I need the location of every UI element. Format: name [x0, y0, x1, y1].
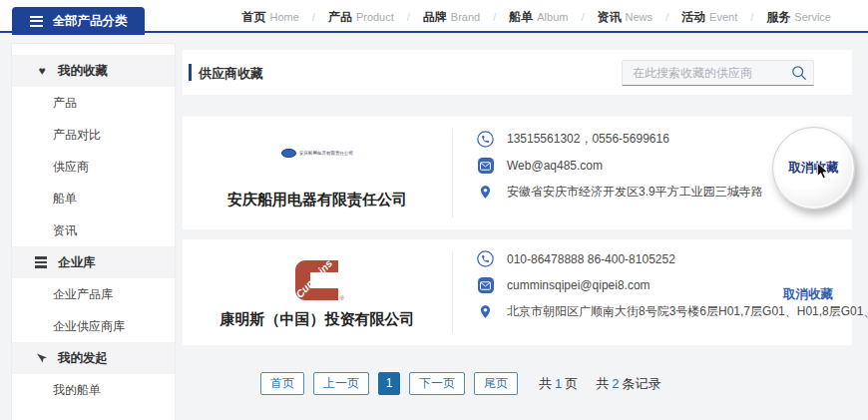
nav-event[interactable]: 活动Event [681, 7, 737, 26]
pagination-prev-button[interactable]: 上一页 [313, 372, 369, 395]
pages-suffix: 页 [565, 376, 578, 391]
supplier-search [622, 60, 814, 86]
supplier-card: Cummins ® 康明斯（中国）投资有限公司 010-86478888 86-… [183, 239, 852, 345]
section-title: 我的发起 [58, 350, 108, 367]
pages-prefix: 共 [539, 376, 552, 391]
phone-row: 010-86478888 86-400-8105252 [477, 250, 868, 267]
records-suffix: 条记录 [622, 376, 660, 391]
sidebar-item-products[interactable]: 产品 [12, 87, 175, 119]
sidebar-item-ship-orders[interactable]: 船单 [12, 183, 175, 214]
records-prefix: 共 [596, 376, 609, 391]
sidebar-item-my-ship-orders[interactable]: 我的船单 [12, 374, 175, 406]
mouse-cursor-icon [816, 163, 830, 183]
section-title: 企业库 [58, 254, 96, 271]
nav-separator: / [493, 11, 496, 23]
total-pages: 1 [555, 376, 562, 391]
pagination-last-button[interactable]: 尾页 [474, 372, 518, 395]
sidebar-section-my-favorites[interactable]: ♥ 我的收藏 [12, 55, 175, 87]
logo-caption: 安庆船用电器有限责任公司 [299, 151, 353, 156]
page-title: 供应商收藏 [199, 65, 263, 83]
pagination-next-button[interactable]: 下一页 [409, 372, 465, 395]
address-row: 北京市朝阳区广顺南大街8号院3号楼6层H01,7层G01、H01,8层G01、H… [477, 303, 868, 320]
list-icon [35, 256, 49, 268]
nav-home[interactable]: 首页Home [241, 7, 298, 26]
total-records: 2 [612, 376, 619, 391]
card-divider [452, 251, 453, 333]
nav-separator: / [581, 11, 584, 23]
all-categories-button[interactable]: 全部产品分类 [12, 7, 145, 35]
cummins-logo-icon: Cummins [294, 259, 340, 301]
pagination-summary: 共1页共2条记录 [539, 375, 660, 393]
nav-brand[interactable]: 品牌Brand [423, 7, 480, 26]
supplier-card: 安庆船用电器有限责任公司 安庆船用电器有限责任公司 13515561302，05… [183, 117, 852, 229]
nav-separator: / [665, 11, 668, 23]
nav-separator: / [750, 11, 753, 23]
hamburger-icon [30, 16, 43, 27]
phone-row: 13515561302，0556-5699616 [477, 131, 763, 148]
phone-icon [477, 250, 494, 267]
nav-product[interactable]: 产品Product [328, 7, 394, 26]
nav-album[interactable]: 船单Album [509, 7, 568, 26]
sidebar-item-enterprise-products[interactable]: 企业产品库 [12, 278, 175, 310]
sidebar-section-my-initiated[interactable]: 我的发起 [12, 342, 175, 374]
address-row: 安徽省安庆市经济开发区3.9平方工业园三城寺路 [477, 184, 763, 201]
supplier-logo: Cummins ® [183, 259, 452, 301]
heart-icon: ♥ [35, 64, 49, 78]
sidebar-section-enterprise-library[interactable]: 企业库 [12, 246, 175, 278]
unfavorite-label: 取消收藏 [789, 160, 839, 177]
pagination: 首页 上一页 1 下一页 尾页 共1页共2条记录 [260, 372, 660, 395]
unfavorite-link[interactable]: 取消收藏 [783, 286, 833, 303]
supplier-logo: 安庆船用电器有限责任公司 [183, 149, 452, 158]
supplier-email: cumminsqipei@qipei8.com [507, 278, 651, 292]
page-title-panel: 供应商收藏 [183, 50, 852, 95]
phone-icon [477, 131, 494, 148]
supplier-identity: Cummins ® 康明斯（中国）投资有限公司 [183, 239, 452, 345]
top-header: 全部产品分类 首页Home / 产品Product / 品牌Brand / 船单… [0, 0, 868, 33]
card-divider [452, 129, 453, 217]
nav-separator: / [407, 11, 410, 23]
supplier-contacts: 13515561302，0556-5699616 Web@aq485.com 安… [477, 131, 763, 210]
supplier-address: 安徽省安庆市经济开发区3.9平方工业园三城寺路 [507, 184, 763, 201]
send-icon [35, 352, 49, 364]
sidebar: ♥ 我的收藏 产品 产品对比 供应商 船单 资讯 企业库 企业产品库 企业供应商… [12, 44, 175, 420]
logo-oval-icon [281, 149, 296, 158]
supplier-phone: 13515561302，0556-5699616 [507, 131, 669, 148]
supplier-phone: 010-86478888 86-400-8105252 [507, 252, 675, 266]
supplier-identity: 安庆船用电器有限责任公司 安庆船用电器有限责任公司 [183, 117, 452, 229]
supplier-email: Web@aq485.com [507, 159, 603, 173]
sidebar-item-news[interactable]: 资讯 [12, 214, 175, 246]
title-accent-bar [189, 64, 192, 81]
pagination-page-1-button[interactable]: 1 [378, 372, 400, 395]
pagination-first-button[interactable]: 首页 [260, 372, 304, 395]
unfavorite-button[interactable]: 取消收藏 [772, 127, 855, 210]
mail-icon [477, 158, 494, 175]
nav-service[interactable]: 服务Service [766, 7, 831, 26]
sidebar-item-suppliers[interactable]: 供应商 [12, 151, 175, 183]
mail-icon [477, 277, 494, 294]
all-categories-label: 全部产品分类 [53, 13, 128, 30]
email-row: Web@aq485.com [477, 158, 763, 175]
supplier-name: 康明斯（中国）投资有限公司 [183, 310, 452, 329]
nav-news[interactable]: 资讯News [598, 7, 653, 26]
location-pin-icon [477, 184, 494, 201]
nav-separator: / [312, 11, 315, 23]
supplier-name: 安庆船用电器有限责任公司 [183, 191, 452, 210]
supplier-address: 北京市朝阳区广顺南大街8号院3号楼6层H01,7层G01、H01,8层G01、H… [507, 303, 868, 320]
section-title: 我的收藏 [58, 63, 108, 80]
sidebar-item-product-compare[interactable]: 产品对比 [12, 119, 175, 151]
search-input[interactable] [622, 60, 814, 86]
top-nav: 首页Home / 产品Product / 品牌Brand / 船单Album /… [241, 0, 831, 33]
sidebar-item-enterprise-suppliers[interactable]: 企业供应商库 [12, 310, 175, 342]
search-icon[interactable] [791, 65, 807, 85]
location-pin-icon [477, 303, 494, 320]
registered-mark: ® [340, 295, 344, 301]
